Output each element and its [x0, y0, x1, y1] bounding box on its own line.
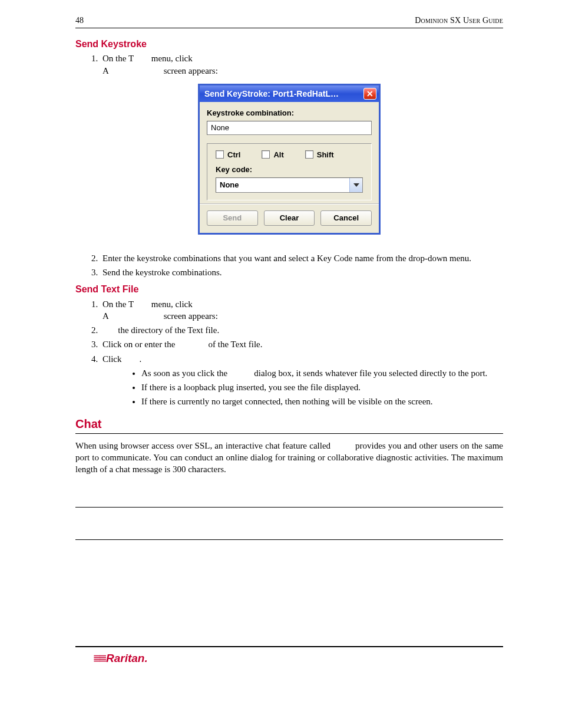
- step-item: Click . As soon as you click the dialog …: [100, 353, 503, 408]
- doc-title: Dominion SX User Guide: [415, 15, 503, 27]
- step-item: On the T menu, click A screen appears:: [100, 52, 503, 77]
- send-text-file-bullets: As soon as you click the dialog box, it …: [103, 367, 503, 408]
- heading-send-text-file: Send Text File: [75, 283, 503, 296]
- keystroke-combo-input[interactable]: None: [207, 121, 372, 135]
- chat-paragraph: When using browser access over SSL, an i…: [75, 440, 503, 476]
- keycode-value: None: [216, 178, 349, 192]
- modifier-row: Ctrl Alt Shift: [216, 150, 363, 160]
- alt-checkbox[interactable]: Alt: [262, 150, 283, 160]
- step-item: the directory of the Text file.: [100, 324, 503, 336]
- step-item: Send the keystroke combinations.: [100, 266, 503, 278]
- keystroke-combo-label: Keystroke combination:: [207, 108, 372, 118]
- send-keystroke-steps: On the T menu, click A screen appears:: [75, 52, 503, 77]
- checkbox-icon: [216, 150, 224, 159]
- modifier-panel: Ctrl Alt Shift Key code: None: [207, 143, 372, 200]
- logo-icon: ≣≣: [93, 652, 105, 665]
- dialog-titlebar: Send KeyStroke: Port1-RedHatL… ✕: [200, 85, 379, 102]
- dialog-body: Keystroke combination: None Ctrl Alt Shi…: [200, 102, 379, 204]
- close-icon: ✕: [366, 90, 373, 98]
- dialog-figure: Send KeyStroke: Port1-RedHatL… ✕ Keystro…: [75, 84, 503, 235]
- checkbox-icon: [305, 150, 313, 159]
- raritan-logo: ≣≣ Raritan.: [93, 651, 148, 666]
- page-header: 48 Dominion SX User Guide: [75, 15, 503, 28]
- send-text-file-steps: On the T menu, click A screen appears: t…: [75, 298, 503, 408]
- send-keystroke-steps-cont: Enter the keystroke combinations that yo…: [75, 252, 503, 279]
- bullet-item: If there is a loopback plug inserted, yo…: [141, 381, 503, 393]
- step-item: Click on or enter the of the Text file.: [100, 338, 503, 350]
- chevron-down-icon: [353, 183, 359, 187]
- bullet-item: If there is currently no target connecte…: [141, 396, 503, 407]
- checkbox-icon: [262, 150, 270, 159]
- shift-checkbox[interactable]: Shift: [305, 150, 334, 160]
- clear-button[interactable]: Clear: [264, 210, 315, 226]
- heading-chat: Chat: [75, 416, 503, 434]
- cancel-button[interactable]: Cancel: [320, 210, 372, 226]
- divider: [75, 507, 503, 508]
- keycode-dropdown[interactable]: None: [216, 177, 363, 193]
- send-button[interactable]: Send: [207, 210, 258, 226]
- heading-send-keystroke: Send Keystroke: [75, 38, 503, 51]
- send-keystroke-dialog: Send KeyStroke: Port1-RedHatL… ✕ Keystro…: [198, 84, 381, 235]
- divider: [75, 539, 503, 540]
- brand-text: Raritan.: [106, 651, 148, 666]
- dialog-button-row: Send Clear Cancel: [200, 204, 379, 233]
- dropdown-button[interactable]: [349, 178, 362, 192]
- ctrl-checkbox[interactable]: Ctrl: [216, 150, 240, 160]
- step-item: On the T menu, click A screen appears:: [100, 298, 503, 322]
- close-button[interactable]: ✕: [363, 88, 376, 100]
- step-item: Enter the keystroke combinations that yo…: [100, 252, 503, 264]
- bullet-item: As soon as you click the dialog box, it …: [141, 367, 503, 379]
- keycode-label: Key code:: [216, 164, 363, 175]
- dialog-title: Send KeyStroke: Port1-RedHatL…: [204, 88, 339, 100]
- page-footer: ≣≣ Raritan.: [75, 646, 503, 666]
- page-number: 48: [75, 15, 84, 27]
